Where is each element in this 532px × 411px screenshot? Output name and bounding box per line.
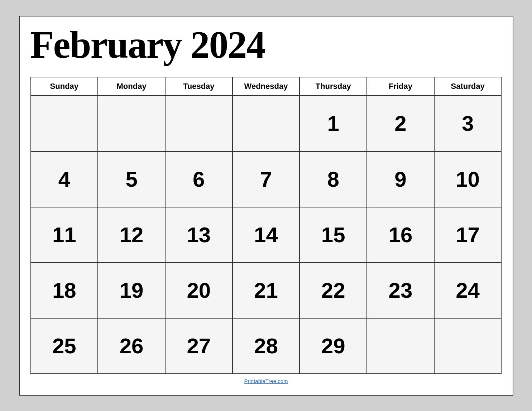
day-number: 19 (120, 278, 144, 303)
day-13: 13 (166, 207, 233, 263)
day-number: 6 (193, 167, 205, 192)
header-cell-friday: Friday (367, 77, 435, 96)
day-11: 11 (31, 207, 99, 263)
empty-day-0-1 (98, 96, 166, 152)
day-number: 27 (187, 334, 211, 358)
day-19: 19 (98, 263, 166, 319)
day-number: 20 (187, 278, 211, 303)
day-number: 29 (321, 334, 345, 358)
day-17: 17 (435, 207, 502, 263)
day-29: 29 (300, 319, 367, 374)
day-number: 9 (394, 167, 406, 192)
day-number: 1 (327, 111, 339, 136)
day-number: 18 (52, 278, 76, 303)
week-row-2: 11121314151617 (31, 207, 502, 263)
empty-day-0-2 (166, 96, 233, 152)
day-number: 4 (58, 167, 70, 192)
week-row-1: 45678910 (31, 152, 502, 207)
day-number: 11 (52, 223, 76, 247)
empty-day-4-5 (367, 319, 435, 374)
day-20: 20 (166, 263, 233, 319)
day-number: 8 (327, 167, 339, 192)
day-number: 28 (254, 334, 278, 358)
day-number: 12 (120, 223, 144, 247)
day-15: 15 (300, 207, 367, 263)
day-27: 27 (166, 319, 233, 374)
header-cell-saturday: Saturday (435, 77, 502, 96)
day-number: 15 (321, 223, 345, 247)
day-number: 16 (389, 223, 413, 247)
day-1: 1 (300, 96, 367, 152)
empty-day-4-6 (435, 319, 502, 374)
day-2: 2 (367, 96, 435, 152)
empty-day-0-3 (233, 96, 300, 152)
calendar-grid: SundayMondayTuesdayWednesdayThursdayFrid… (30, 77, 502, 374)
header-cell-wednesday: Wednesday (233, 77, 300, 96)
day-5: 5 (98, 152, 166, 207)
day-24: 24 (435, 263, 502, 319)
day-18: 18 (31, 263, 99, 319)
calendar-body: 1234567891011121314151617181920212223242… (31, 96, 502, 374)
day-16: 16 (367, 207, 435, 263)
calendar-footer[interactable]: PrintableTree.com (30, 374, 502, 388)
day-8: 8 (300, 152, 367, 207)
day-7: 7 (233, 152, 300, 207)
day-9: 9 (367, 152, 435, 207)
day-23: 23 (367, 263, 435, 319)
day-number: 5 (125, 167, 137, 192)
calendar-container: February 2024 SundayMondayTuesdayWednesd… (19, 16, 513, 396)
day-21: 21 (233, 263, 300, 319)
day-6: 6 (166, 152, 233, 207)
day-22: 22 (300, 263, 367, 319)
day-number: 13 (187, 223, 211, 247)
calendar-header-row: SundayMondayTuesdayWednesdayThursdayFrid… (31, 77, 502, 96)
calendar-title: February 2024 (30, 24, 502, 66)
day-14: 14 (233, 207, 300, 263)
day-number: 21 (254, 278, 278, 303)
day-3: 3 (435, 96, 502, 152)
day-4: 4 (31, 152, 99, 207)
week-row-3: 18192021222324 (31, 263, 502, 319)
day-number: 23 (389, 278, 413, 303)
week-row-0: 123 (31, 96, 502, 152)
day-number: 26 (120, 334, 144, 358)
header-cell-tuesday: Tuesday (166, 77, 233, 96)
week-row-4: 2526272829 (31, 319, 502, 374)
day-number: 25 (52, 334, 76, 358)
day-number: 7 (260, 167, 272, 192)
day-28: 28 (233, 319, 300, 374)
day-number: 24 (456, 278, 480, 303)
day-number: 2 (394, 111, 406, 136)
day-26: 26 (98, 319, 166, 374)
header-cell-sunday: Sunday (31, 77, 99, 96)
header-cell-thursday: Thursday (300, 77, 367, 96)
header-cell-monday: Monday (98, 77, 166, 96)
day-25: 25 (31, 319, 99, 374)
day-12: 12 (98, 207, 166, 263)
empty-day-0-0 (31, 96, 99, 152)
day-number: 17 (456, 223, 480, 247)
day-number: 10 (456, 167, 480, 192)
day-number: 3 (462, 111, 474, 136)
day-number: 14 (254, 223, 278, 247)
day-10: 10 (435, 152, 502, 207)
day-number: 22 (321, 278, 345, 303)
